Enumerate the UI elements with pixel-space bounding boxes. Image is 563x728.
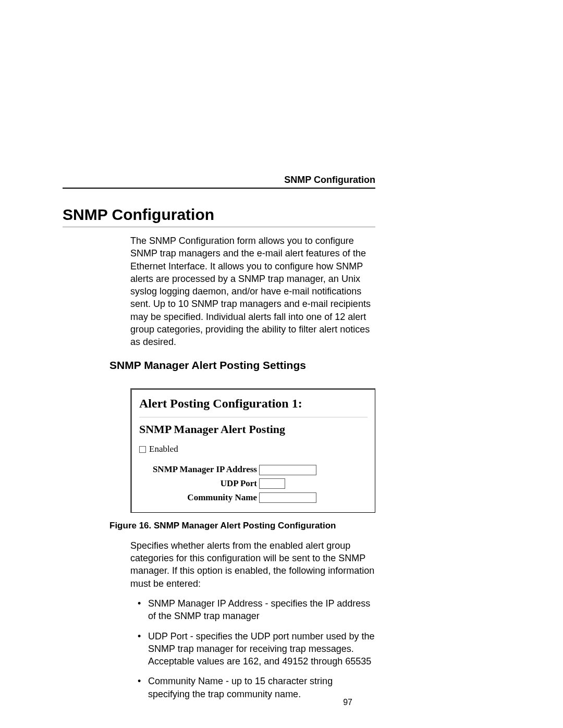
list-item: UDP Port - specifies the UDP port number…	[130, 630, 375, 668]
page-title: SNMP Configuration	[63, 206, 375, 224]
enabled-label: Enabled	[149, 443, 178, 455]
header-rule	[63, 188, 375, 189]
figure-divider	[139, 417, 368, 417]
list-item: Community Name - up to 15 character stri…	[130, 675, 375, 700]
figure-caption: Figure 16. SNMP Manager Alert Posting Co…	[109, 520, 375, 532]
ip-address-label: SNMP Manager IP Address	[139, 464, 259, 476]
community-name-input[interactable]	[259, 492, 316, 503]
intro-paragraph: The SNMP Configuration form allows you t…	[130, 235, 375, 349]
title-rule	[63, 227, 375, 227]
after-figure-paragraph: Specifies whether alerts from the enable…	[130, 539, 375, 590]
enabled-checkbox[interactable]	[139, 446, 146, 453]
ip-address-input[interactable]	[259, 465, 316, 475]
page-number: 97	[343, 698, 352, 707]
udp-port-input[interactable]	[259, 478, 285, 489]
bullet-list: SNMP Manager IP Address - specifies the …	[130, 597, 375, 700]
figure-alert-posting-config: Alert Posting Configuration 1: SNMP Mana…	[130, 388, 375, 513]
udp-port-label: UDP Port	[139, 478, 259, 490]
community-name-label: Community Name	[139, 492, 259, 504]
figure-title: Alert Posting Configuration 1:	[139, 395, 368, 412]
list-item: SNMP Manager IP Address - specifies the …	[130, 597, 375, 623]
figure-subtitle: SNMP Manager Alert Posting	[139, 422, 368, 437]
running-header: SNMP Configuration	[284, 175, 375, 186]
section-heading: SNMP Manager Alert Posting Settings	[109, 358, 375, 373]
